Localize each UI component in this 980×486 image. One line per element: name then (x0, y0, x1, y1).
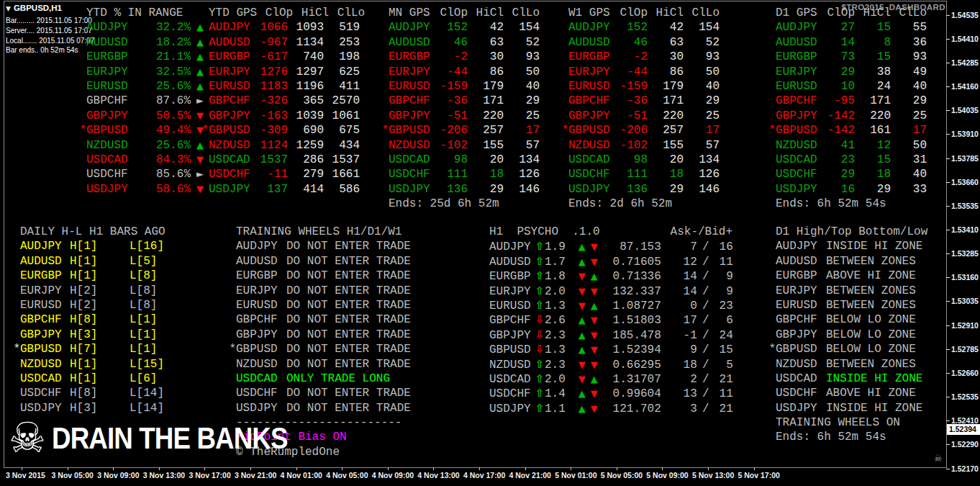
table-row: USDCHF DO NOT ENTER TRADE (229, 386, 411, 400)
range-percent: 25.6% (130, 138, 191, 153)
table-row: NZDUSD 25.6% (79, 138, 209, 153)
price-value: 0.99604 (599, 387, 661, 401)
price-value: 1.51803 (599, 313, 661, 328)
clop-value: 46 (612, 35, 648, 50)
header-cllo: ClLo (329, 6, 365, 20)
table-row: USDJPY 16 29 33 (768, 182, 927, 197)
hicl-value: 179 (468, 79, 504, 94)
table-row: EURJPY -44 86 50 (561, 65, 720, 79)
cllo-value: 253 (324, 35, 360, 50)
table-row: EURJPY 29 38 49 (768, 65, 927, 79)
hicl-value: 18 (648, 167, 684, 181)
symbol-label: EURJPY (489, 284, 532, 299)
cllo-value: 52 (684, 35, 720, 50)
symbol-label: EURJPY (389, 65, 432, 79)
clop-value: 1276 (252, 65, 288, 79)
table-row: * GBPUSD -309 690 675 (201, 123, 365, 138)
symbol-label: EURJPY (568, 65, 612, 79)
bid-count: 9 (714, 284, 733, 299)
header-clop: ClOp (257, 6, 293, 20)
high-bars-ago: H[7] (63, 342, 130, 356)
header-clop: ClOp (612, 6, 648, 20)
symbol-label: NZDUSD (568, 138, 612, 153)
cllo-value: 198 (324, 50, 360, 64)
header-hicl: HiCl (855, 6, 891, 20)
cllo-value: 411 (324, 79, 360, 94)
table-row: EURUSD -159 179 40 (561, 79, 720, 94)
range-percent: 32.5% (130, 65, 191, 79)
signal-arrow-icon (591, 402, 598, 416)
table-row: AUDUSD DO NOT ENTER TRADE (229, 254, 411, 269)
low-bars-ago: L[1] (130, 312, 157, 327)
zone-status: ABOVE HI ZONE (819, 386, 916, 400)
symbol-label: EURUSD (86, 79, 130, 94)
zone-status: BETWEEN ZONES (819, 284, 916, 298)
table-row: * GBPUSD H[7] L[1] (13, 342, 165, 356)
askbid-slash: / (697, 299, 714, 313)
clop-value: -2 (612, 50, 648, 64)
high-bars-ago: H[8] (63, 386, 130, 400)
symbol-label: USDCAD (776, 372, 819, 386)
price-axis[interactable]: 1.545351.544101.542851.541601.540351.539… (951, 3, 979, 480)
low-bars-ago: L[16] (130, 239, 164, 253)
table-row: NZDUSD H[1] L[15] (13, 357, 165, 372)
price-value: 121.702 (599, 402, 661, 416)
low-bars-ago: L[14] (130, 401, 164, 415)
header-hicl: HiCl (293, 6, 329, 20)
symbol-label: GBPUSD (776, 342, 819, 356)
clop-value: 1066 (252, 20, 288, 35)
symbol-label: GBPCHF (209, 94, 252, 108)
trade-advice: DO NOT ENTER TRADE (279, 342, 411, 356)
price-value: 1.08727 (599, 299, 661, 313)
clop-value: -51 (432, 109, 468, 123)
trade-advice: DO NOT ENTER TRADE (279, 269, 411, 283)
header-cllo: ClLo (504, 6, 540, 20)
psycho-value: 1.1 (545, 402, 566, 416)
cllo-value: 52 (504, 35, 540, 50)
askbid-slash: / (697, 269, 714, 284)
cllo-value: 33 (891, 182, 927, 197)
time-axis[interactable]: 3 Nov 20153 Nov 05:003 Nov 09:003 Nov 13… (6, 471, 784, 480)
header-title: YTD % IN RANGE (86, 6, 183, 20)
table-row: EURGBP ABOVE HI ZONE (768, 269, 927, 283)
hicl-value: 38 (855, 65, 891, 79)
training-wheels-status: TRAINING WHEELS ON (768, 415, 927, 430)
askbid-slash: / (697, 387, 714, 401)
symbol-label: NZDUSD (236, 357, 279, 372)
table-row: GBPCHF -36 171 29 (561, 94, 720, 108)
symbol-label: GBPUSD (20, 342, 63, 356)
symbol-label: EURJPY (20, 284, 63, 298)
table-row: AUDJPY H[1] L[16] (13, 239, 165, 253)
psycho-value: 1.8 (545, 269, 566, 284)
ytd-gps-table: YTD GPSClOpHiClClLo AUDJPY 1066 1093 519… (201, 6, 365, 197)
clop-value: 29 (819, 65, 855, 79)
ask-count: 17 (676, 313, 697, 328)
clop-value: 14 (819, 35, 855, 50)
price-tick-label: 1.54035 (951, 99, 979, 122)
chevron-down-icon[interactable]: ▼ (6, 5, 11, 12)
hicl-value: 171 (468, 94, 504, 108)
symbol-label: USDJPY (389, 182, 432, 197)
header-askbid: Ask-/Bid+ (671, 225, 732, 239)
table-row: USDCAD 98 20 134 (381, 153, 540, 167)
table-row: USDCHF 1.4 0.99604 13 / 11 (489, 386, 733, 400)
ask-count: 3 (676, 402, 697, 416)
cllo-value: 126 (684, 167, 720, 181)
clop-value: 1183 (252, 79, 288, 94)
low-bars-ago: L[1] (130, 328, 157, 342)
hicl-value: 155 (648, 138, 684, 153)
trade-advice: DO NOT ENTER TRADE (279, 328, 411, 342)
askbid-slash: / (697, 402, 714, 416)
star-marker: * (229, 342, 236, 356)
symbol-label: AUDUSD (568, 35, 612, 50)
period-ends-label: Ends: 2d 6h 52m (561, 197, 720, 211)
symbol-label: NZDUSD (20, 357, 63, 372)
psycho-value: 1.7 (545, 255, 566, 269)
table-row: GBPCHF BELOW LO ZONE (768, 312, 927, 327)
symbol-label: USDCAD (568, 153, 612, 167)
time-tick-label: 3 Nov 17:00 (189, 471, 235, 480)
table-row: USDCAD 1537 286 1537 (201, 153, 365, 167)
hicl-value: 1196 (288, 79, 324, 94)
table-row: USDCAD H[1] L[6] (13, 372, 165, 386)
table-row: EURUSD 25.6% (79, 79, 209, 94)
